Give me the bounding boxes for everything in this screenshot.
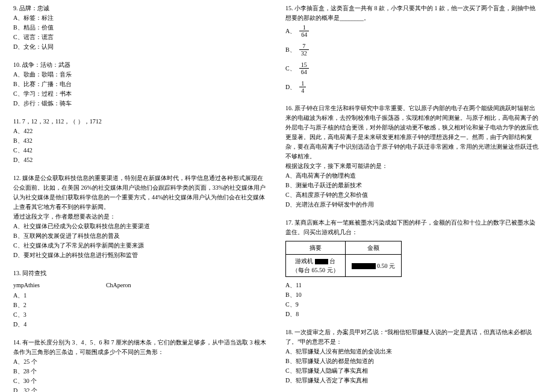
q17-table: 摘要 金额 游戏机 台 （每台 65.50 元） 0.50 元 <box>285 241 402 277</box>
question-15: 15. 小李抽盲盒，这类盲盒一共有 8 款，小李只要其中的 1 款，他一次买了两… <box>285 4 541 95</box>
q14-opt-d: D、32 个 <box>13 386 269 392</box>
q14-opt-a: A、25 个 <box>13 357 269 367</box>
ink-smudge-icon <box>352 263 376 269</box>
q18-opt-a: A、犯罪嫌疑人没有把他知道的全说出来 <box>285 347 541 356</box>
left-column: 9. 品牌：忠诚 A、标签：标注 B、精品：价值 C、谣言：谎言 D、文化：认同… <box>0 0 277 392</box>
q15-opt-a: A、 1 64 <box>285 23 541 39</box>
q14-opt-c: C、30 个 <box>13 376 269 386</box>
q10-opt-a: A、歌曲：歌唱：音乐 <box>13 70 269 79</box>
q13-word-2: ChAperon <box>106 281 131 290</box>
cell-text: （每台 65.50 元） <box>292 267 339 273</box>
q17-title: 17. 某商店账本上有一笔账被墨水污染成如下图的样子，金额的百位和十位上的数字已… <box>285 218 541 237</box>
fraction-num: 15 <box>299 61 309 69</box>
fraction-den: 64 <box>299 69 309 75</box>
q16-opt-c: C、高精度原子钟的意义和价值 <box>285 190 541 200</box>
fraction-den: 4 <box>299 87 306 94</box>
question-18: 18. 一次提审之后，办案员甲对乙说：“我相信犯罪嫌疑人说的一定是真话，但真话他… <box>285 328 541 385</box>
fraction-den: 32 <box>299 50 309 57</box>
q13-words: ympAthies ChAperon <box>13 281 269 290</box>
q13-opt-c: C、3 <box>13 310 269 320</box>
q12-opt-b: B、互联网的发展促进了科技信息的普及 <box>13 231 269 241</box>
q15-opt-b-label: B、 <box>285 45 296 54</box>
q17-th-1: 摘要 <box>286 241 346 255</box>
q9-opt-d: D、文化：认同 <box>13 42 269 52</box>
q16-opt-b: B、测量电子跃迁的最新技术 <box>285 181 541 190</box>
q18-title: 18. 一次提审之后，办案员甲对乙说：“我相信犯罪嫌疑人说的一定是真话，但真话他… <box>285 328 541 347</box>
q12-opt-d: D、要对社交媒体上的科技信息进行甄别和监管 <box>13 250 269 260</box>
q15-title: 15. 小李抽盲盒，这类盲盒一共有 8 款，小李只要其中的 1 款，他一次买了两… <box>285 4 541 23</box>
q11-opt-a: A、422 <box>13 126 269 136</box>
q15-opt-d: D、 1 4 <box>285 79 541 95</box>
q12-title: 12. 媒体是公众获取科技信息的重要渠道，特别是在新媒体时代，科学信息通过各种形… <box>13 173 269 212</box>
ink-smudge-icon <box>315 259 328 264</box>
table-row: 游戏机 台 （每台 65.50 元） 0.50 元 <box>286 255 402 277</box>
fraction: 1 64 <box>299 24 309 38</box>
fraction-num: 7 <box>299 43 309 50</box>
fraction: 15 64 <box>299 61 309 75</box>
question-13: 13. 同符查找 ympAthies ChAperon A、1 B、2 C、3 … <box>13 269 269 329</box>
table-row: 摘要 金额 <box>286 241 402 255</box>
question-14: 14. 有一批长度分别为 3、4、5、6 和 7 厘米的细木条，它们的数量足够多… <box>13 338 269 392</box>
q12-sub: 通过这段文字，作者最想要表达的是： <box>13 212 269 222</box>
q14-title: 14. 有一批长度分别为 3、4、5、6 和 7 厘米的细木条，它们的数量足够多… <box>13 338 269 357</box>
q15-opt-d-label: D、 <box>285 82 296 92</box>
cell-text: 0.50 元 <box>377 263 395 269</box>
q17-cell-desc: 游戏机 台 （每台 65.50 元） <box>286 255 346 277</box>
fraction: 1 4 <box>299 80 306 94</box>
q12-opt-c: C、社交媒体成为了不常见的科学新闻的主要来源 <box>13 241 269 250</box>
q12-opt-a: A、社交媒体已经成为公众获取科技信息的主要渠道 <box>13 222 269 231</box>
question-12: 12. 媒体是公众获取科技信息的重要渠道，特别是在新媒体时代，科学信息通过各种形… <box>13 173 269 260</box>
cell-text: 游戏机 <box>295 258 313 264</box>
q17-th-2: 金额 <box>345 241 402 255</box>
q13-word-1: ympAthies <box>13 281 40 290</box>
q10-title: 10. 战争：活动：武器 <box>13 60 269 70</box>
question-10: 10. 战争：活动：武器 A、歌曲：歌唱：音乐 B、比赛：广播：电台 C、学习：… <box>13 60 269 108</box>
q10-opt-c: C、学习：过程：书本 <box>13 89 269 99</box>
q16-opt-a: A、高电荷离子的物理构造 <box>285 171 541 181</box>
q13-title: 13. 同符查找 <box>13 269 269 278</box>
q9-opt-c: C、谣言：谎言 <box>13 33 269 42</box>
q16-opt-d: D、光谱法在原子钟研发中的作用 <box>285 200 541 210</box>
q11-opt-c: C、442 <box>13 146 269 155</box>
q13-opt-d: D、4 <box>13 320 269 329</box>
q10-opt-b: B、比赛：广播：电台 <box>13 79 269 89</box>
q13-opt-b: B、2 <box>13 300 269 310</box>
right-column: 15. 小李抽盲盒，这类盲盒一共有 8 款，小李只要其中的 1 款，他一次买了两… <box>277 0 554 392</box>
q15-opt-a-label: A、 <box>285 26 296 36</box>
q17-opt-c: C、9 <box>285 300 541 310</box>
q11-title: 11. 7，12，32，112，（ ），1712 <box>13 117 269 126</box>
fraction: 7 32 <box>299 43 309 57</box>
q17-opt-b: B、10 <box>285 290 541 300</box>
q14-opt-b: B、28 个 <box>13 367 269 376</box>
q17-cell-amount: 0.50 元 <box>345 255 402 277</box>
fraction-den: 64 <box>299 31 309 38</box>
q15-opt-c-label: C、 <box>285 64 296 73</box>
cell-text: 台 <box>329 258 335 264</box>
q18-opt-d: D、犯罪嫌疑人否定了事实真相 <box>285 376 541 385</box>
document-page: 9. 品牌：忠诚 A、标签：标注 B、精品：价值 C、谣言：谎言 D、文化：认同… <box>0 0 554 392</box>
q16-title: 16. 原子钟在日常生活和科学研究中非常重要。它以原子内部的电子在两个能级间跳跃… <box>285 104 541 161</box>
q18-opt-b: B、犯罪嫌疑人说的都是他知道的 <box>285 356 541 366</box>
q11-opt-d: D、452 <box>13 155 269 165</box>
q10-opt-d: D、步行：锻炼：骑车 <box>13 99 269 108</box>
q11-opt-b: B、432 <box>13 136 269 146</box>
q9-opt-a: A、标签：标注 <box>13 13 269 23</box>
q16-sub: 根据这段文字，接下来最可能讲的是： <box>285 161 541 171</box>
q15-opt-b: B、 7 32 <box>285 42 541 58</box>
q13-opt-a: A、1 <box>13 291 269 300</box>
q9-opt-b: B、精品：价值 <box>13 23 269 33</box>
fraction-num: 1 <box>299 24 309 31</box>
q17-opt-a: A、11 <box>285 281 541 290</box>
q15-opt-c: C、 15 64 <box>285 60 541 76</box>
question-9: 9. 品牌：忠诚 A、标签：标注 B、精品：价值 C、谣言：谎言 D、文化：认同 <box>13 4 269 52</box>
q18-opt-c: C、犯罪嫌疑人隐瞒了事实真相 <box>285 366 541 376</box>
q17-opt-d: D、8 <box>285 310 541 319</box>
fraction-num: 1 <box>299 80 306 87</box>
question-16: 16. 原子钟在日常生活和科学研究中非常重要。它以原子内部的电子在两个能级间跳跃… <box>285 104 541 210</box>
question-17: 17. 某商店账本上有一笔账被墨水污染成如下图的样子，金额的百位和十位上的数字已… <box>285 218 541 319</box>
question-11: 11. 7，12，32，112，（ ），1712 A、422 B、432 C、4… <box>13 117 269 165</box>
q9-title: 9. 品牌：忠诚 <box>13 4 269 13</box>
